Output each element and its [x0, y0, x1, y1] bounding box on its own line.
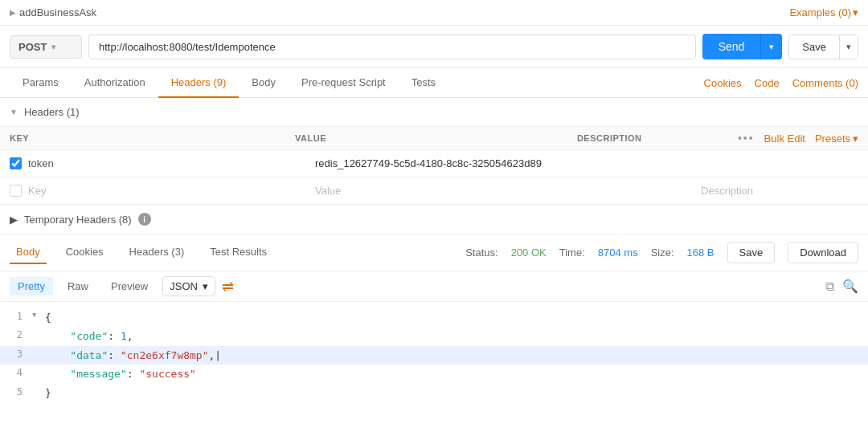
cookies-link[interactable]: Cookies: [704, 77, 742, 89]
tab-headers[interactable]: Headers (9): [158, 68, 240, 98]
url-input[interactable]: [88, 35, 696, 59]
empty-desc-placeholder: Description: [701, 185, 753, 197]
method-chevron-icon: ▾: [51, 43, 55, 51]
size-label: Size:: [651, 247, 674, 259]
url-bar: POST ▾ Send ▾ Save ▾: [0, 26, 868, 68]
breadcrumb-arrow: ▶: [10, 8, 16, 17]
row-checkbox[interactable]: [10, 157, 22, 169]
format-tab-pretty[interactable]: Pretty: [10, 277, 53, 295]
headers-collapse-icon: ▼: [10, 108, 18, 116]
format-bar: Pretty Raw Preview JSON ▾ ⇌ ⧉ 🔍: [0, 271, 868, 302]
presets-chevron-icon: ▾: [853, 132, 858, 145]
response-tab-body[interactable]: Body: [10, 241, 47, 264]
send-button[interactable]: Send: [702, 34, 761, 59]
tab-params[interactable]: Params: [10, 68, 72, 98]
format-tab-raw[interactable]: Raw: [59, 277, 96, 295]
download-button[interactable]: Download: [788, 242, 858, 263]
search-icon[interactable]: 🔍: [842, 279, 858, 294]
temp-headers-title: Temporary Headers (8): [24, 214, 132, 226]
format-right-actions: ⧉ 🔍: [825, 279, 858, 294]
top-bar: ▶ addBusinessAsk Examples (0) ▾: [0, 0, 868, 26]
bulk-edit-button[interactable]: Bulk Edit: [764, 132, 805, 145]
time-value: 8704 ms: [598, 247, 638, 259]
code-view: 1 ▼ { 2 "code": 1, 3 "data": "cn2e6xf7w8…: [0, 302, 868, 409]
table-header-actions: ••• Bulk Edit Presets ▾: [738, 132, 858, 145]
code-line-4: 4 "message": "success": [0, 365, 868, 383]
code-line-5: 5 }: [0, 384, 868, 402]
response-tab-cookies[interactable]: Cookies: [59, 241, 110, 264]
code-link[interactable]: Code: [755, 77, 780, 89]
tab-authorization[interactable]: Authorization: [72, 68, 158, 98]
response-tab-headers[interactable]: Headers (3): [123, 241, 191, 264]
collapse-arrow-icon: ▼: [32, 308, 45, 321]
save-button[interactable]: Save: [789, 35, 839, 59]
response-tab-test-results[interactable]: Test Results: [203, 241, 273, 264]
save-response-button[interactable]: Save: [727, 242, 776, 263]
col-value: VALUE: [295, 127, 577, 149]
tab-prerequest[interactable]: Pre-request Script: [289, 68, 399, 98]
code-line-2: 2 "code": 1,: [0, 327, 868, 345]
comments-link[interactable]: Comments (0): [792, 77, 858, 89]
status-value: 200 OK: [511, 247, 547, 259]
method-label: POST: [18, 41, 47, 53]
time-label: Time:: [559, 247, 585, 259]
table-row: token redis_12627749-5c5d-4180-8c8c-3250…: [0, 150, 868, 177]
dots-icon: •••: [738, 132, 755, 145]
code-line-3: 3 "data": "cn2e6xf7w8mp",: [0, 346, 868, 365]
save-button-group: Save ▾: [788, 35, 858, 59]
headers-section-header[interactable]: ▼ Headers (1): [0, 98, 868, 127]
empty-row-checkbox[interactable]: [10, 185, 22, 197]
col-description: DESCRIPTION: [577, 127, 738, 149]
copy-icon[interactable]: ⧉: [825, 279, 834, 294]
breadcrumb-title: addBusinessAsk: [19, 6, 96, 18]
headers-section-title: Headers (1): [24, 106, 80, 118]
row-value: redis_12627749-5c5d-4180-8c8c-325054623d…: [315, 157, 542, 169]
format-tab-preview[interactable]: Preview: [103, 277, 156, 295]
code-line-1: 1 ▼ {: [0, 308, 868, 327]
empty-key-cell[interactable]: Key: [0, 177, 305, 204]
row-description-cell: [691, 157, 868, 171]
send-dropdown-button[interactable]: ▾: [760, 34, 782, 59]
response-status: Status: 200 OK Time: 8704 ms Size: 168 B: [465, 247, 714, 259]
size-value: 168 B: [687, 247, 714, 259]
headers-table-header: KEY VALUE DESCRIPTION ••• Bulk Edit Pres…: [0, 127, 868, 150]
col-key: KEY: [10, 127, 295, 149]
examples-link[interactable]: Examples (0) ▾: [789, 6, 858, 18]
tab-body[interactable]: Body: [239, 68, 289, 98]
empty-value-cell[interactable]: Value: [305, 177, 691, 204]
format-select-chevron-icon: ▾: [203, 280, 208, 292]
save-dropdown-button[interactable]: ▾: [839, 35, 858, 59]
tab-tests[interactable]: Tests: [399, 68, 448, 98]
status-label: Status:: [465, 247, 497, 259]
tab-right-links: Cookies Code Comments (0): [704, 77, 858, 89]
response-bar: Body Cookies Headers (3) Test Results St…: [0, 234, 868, 271]
row-key: token: [28, 157, 54, 169]
format-select[interactable]: JSON ▾: [162, 276, 215, 296]
empty-desc-cell[interactable]: Description: [691, 177, 868, 204]
send-button-group: Send ▾: [702, 34, 783, 59]
method-select[interactable]: POST ▾: [10, 35, 82, 59]
temp-headers-arrow-icon: ▶: [10, 214, 18, 226]
breadcrumb: ▶ addBusinessAsk: [10, 6, 789, 18]
empty-value-placeholder: Value: [315, 185, 341, 197]
format-select-label: JSON: [170, 280, 198, 292]
info-icon: i: [138, 213, 151, 226]
presets-button[interactable]: Presets ▾: [815, 132, 858, 145]
temp-headers-section[interactable]: ▶ Temporary Headers (8) i: [0, 205, 868, 234]
row-value-cell: redis_12627749-5c5d-4180-8c8c-325054623d…: [305, 150, 691, 177]
row-key-cell: token: [0, 150, 305, 177]
request-tab-bar: Params Authorization Headers (9) Body Pr…: [0, 68, 868, 98]
empty-table-row: Key Value Description: [0, 177, 868, 205]
empty-key-placeholder: Key: [28, 185, 46, 197]
wrap-icon[interactable]: ⇌: [222, 278, 234, 295]
